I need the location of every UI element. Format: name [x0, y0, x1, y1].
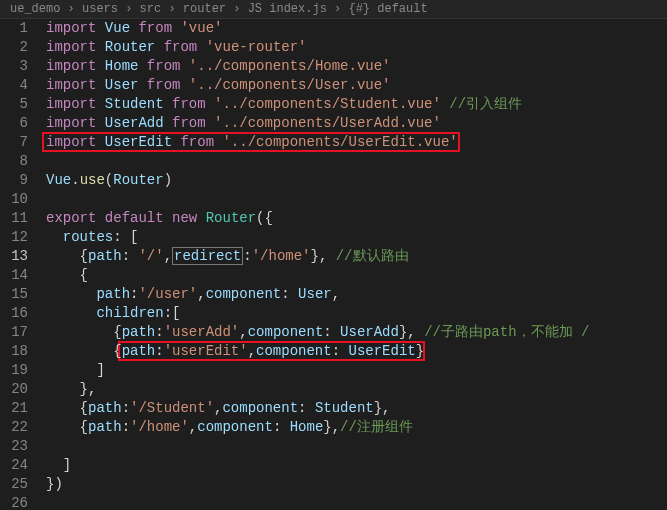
code-line: children:[: [42, 304, 667, 323]
code-line: {path:'/Student',component: Student},: [42, 399, 667, 418]
code-line: {path:'userEdit',component: UserEdit}: [42, 342, 667, 361]
code-line: [42, 437, 667, 456]
code-content[interactable]: import Vue from 'vue' import Router from…: [42, 19, 667, 510]
line-number: 13: [0, 247, 28, 266]
code-line: import Vue from 'vue': [42, 19, 667, 38]
code-line: ]: [42, 361, 667, 380]
line-number: 19: [0, 361, 28, 380]
line-number: 4: [0, 76, 28, 95]
code-line: import User from '../components/User.vue…: [42, 76, 667, 95]
code-line: ]: [42, 456, 667, 475]
line-number: 18: [0, 342, 28, 361]
line-number: 7: [0, 133, 28, 152]
line-number: 24: [0, 456, 28, 475]
code-line: {path: '/',redirect:'/home'}, //默认路由: [42, 247, 667, 266]
code-line: {path:'/home',component: Home},//注册组件: [42, 418, 667, 437]
line-number: 23: [0, 437, 28, 456]
line-number: 15: [0, 285, 28, 304]
line-number: 14: [0, 266, 28, 285]
code-line: export default new Router({: [42, 209, 667, 228]
code-line: Vue.use(Router): [42, 171, 667, 190]
line-number: 3: [0, 57, 28, 76]
code-line: [42, 190, 667, 209]
line-number: 10: [0, 190, 28, 209]
code-line: {path:'userAdd',component: UserAdd}, //子…: [42, 323, 667, 342]
line-number: 26: [0, 494, 28, 510]
code-line: import Router from 'vue-router': [42, 38, 667, 57]
code-editor[interactable]: 1 2 3 4 5 6 7 8 9 10 11 12 13 14 15 16 1…: [0, 19, 667, 510]
line-number: 25: [0, 475, 28, 494]
code-line: import UserAdd from '../components/UserA…: [42, 114, 667, 133]
breadcrumb[interactable]: ue_demo › users › src › router › JS inde…: [0, 0, 667, 19]
code-line: },: [42, 380, 667, 399]
code-line: import UserEdit from '../components/User…: [42, 133, 667, 152]
code-line: [42, 494, 667, 510]
line-number: 5: [0, 95, 28, 114]
code-line: routes: [: [42, 228, 667, 247]
line-number: 11: [0, 209, 28, 228]
code-line: import Student from '../components/Stude…: [42, 95, 667, 114]
line-number: 21: [0, 399, 28, 418]
line-number: 8: [0, 152, 28, 171]
code-line: [42, 152, 667, 171]
code-line: {: [42, 266, 667, 285]
line-number: 17: [0, 323, 28, 342]
line-number: 20: [0, 380, 28, 399]
code-line: path:'/user',component: User,: [42, 285, 667, 304]
line-number-gutter: 1 2 3 4 5 6 7 8 9 10 11 12 13 14 15 16 1…: [0, 19, 42, 510]
line-number: 22: [0, 418, 28, 437]
line-number: 12: [0, 228, 28, 247]
line-number: 1: [0, 19, 28, 38]
line-number: 2: [0, 38, 28, 57]
line-number: 16: [0, 304, 28, 323]
line-number: 6: [0, 114, 28, 133]
line-number: 9: [0, 171, 28, 190]
code-line: }): [42, 475, 667, 494]
code-line: import Home from '../components/Home.vue…: [42, 57, 667, 76]
